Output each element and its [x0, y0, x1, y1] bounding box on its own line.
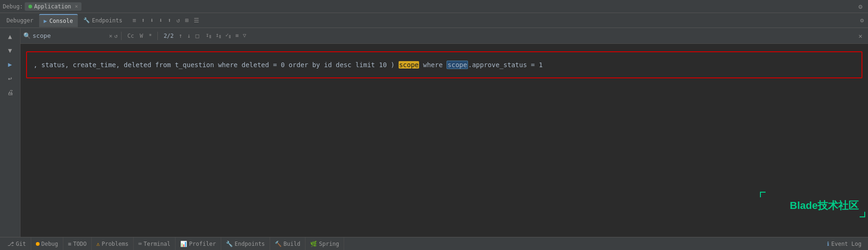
tab-endpoints-label: Endpoints — [92, 17, 122, 24]
main-layout: ▲ ▼ ▶ ↩ 🖨 🔍 ✕ ↺ Cc W * 2/2 ↑ ↓ □ ↧Ⅱ ↥Ⅱ ✓… — [0, 28, 868, 237]
search-separator — [121, 32, 122, 40]
toolbar-icons: ≡ ⬆ ⬇ ⬇ ⬆ ↺ ⊞ ☰ — [131, 16, 202, 25]
bottom-endpoints[interactable]: 🔧 Endpoints — [221, 237, 270, 250]
git-icon: ⎇ — [7, 241, 14, 247]
debug-tab-area: Debug: Application ✕ ⚙ — [0, 0, 868, 13]
gutter-down-btn[interactable]: ▼ — [4, 44, 17, 57]
debug-label: Debug: — [3, 3, 23, 10]
event-log-icon: ℹ — [827, 241, 829, 247]
search-next-button[interactable]: ↓ — [186, 31, 192, 40]
gutter-run-btn[interactable]: ▶ — [4, 58, 17, 71]
bottom-build[interactable]: 🔨 Build — [270, 237, 305, 250]
problems-label: Problems — [102, 241, 129, 247]
refresh-icon[interactable]: ↺ — [175, 16, 182, 25]
search-extra-btns: ↧Ⅱ ↥Ⅱ ✓Ⅱ ≡ ▽ — [204, 31, 248, 40]
bottom-problems[interactable]: ⚠ Problems — [92, 237, 134, 250]
endpoints-bottom-label: Endpoints — [235, 241, 265, 247]
profiler-icon: 📊 — [180, 241, 187, 247]
bottom-git[interactable]: ⎇ Git — [3, 237, 31, 250]
debug-label-bottom: Debug — [41, 241, 58, 247]
app-tab-close-icon[interactable]: ✕ — [75, 3, 78, 9]
console-icon: ▶ — [44, 18, 47, 24]
code-text-before: , status, create_time, deleted from t_qu… — [34, 61, 399, 69]
filter-btn-3[interactable]: ✓Ⅱ — [224, 31, 232, 40]
bottom-debug[interactable]: Debug — [31, 237, 63, 250]
tab-bar: Debugger ▶ Console 🔧 Endpoints ≡ ⬆ ⬇ ⬇ ⬆… — [0, 13, 868, 28]
search-refresh-button[interactable]: ↺ — [114, 33, 117, 39]
tab-endpoints[interactable]: 🔧 Endpoints — [79, 14, 127, 27]
down-icon[interactable]: ⬇ — [148, 16, 156, 25]
gutter-return-btn[interactable]: ↩ — [4, 72, 17, 85]
menu-icon[interactable]: ≡ — [131, 16, 138, 25]
bottom-spring[interactable]: 🌿 Spring — [305, 237, 344, 250]
bottom-terminal[interactable]: ⌨ Terminal — [134, 237, 176, 250]
scope-highlight-1: scope — [399, 61, 419, 69]
search-input[interactable] — [33, 32, 107, 39]
case-sensitive-button[interactable]: Cc — [125, 32, 136, 40]
close-search-button[interactable]: ✕ — [856, 31, 865, 41]
search-prev-button[interactable]: ↑ — [177, 31, 184, 40]
tab-debugger-label: Debugger — [7, 17, 34, 24]
code-text-where: where — [419, 61, 447, 69]
todo-icon: ≡ — [68, 241, 71, 247]
bottom-todo[interactable]: ≡ TODO — [63, 237, 92, 250]
terminal-icon: ⌨ — [138, 241, 142, 247]
watermark-text: Blade技术社区 — [790, 199, 859, 213]
gutter-up-btn[interactable]: ▲ — [4, 30, 17, 43]
upload-icon[interactable]: ⬆ — [166, 16, 173, 25]
debug-dot — [36, 242, 40, 246]
scope-highlight-2: scope — [447, 61, 468, 69]
app-tab-label: Application — [34, 3, 71, 10]
app-tab[interactable]: Application ✕ — [25, 2, 81, 11]
up-icon[interactable]: ⬆ — [139, 16, 147, 25]
build-icon: 🔨 — [275, 241, 282, 247]
watermark-corner-tl — [760, 192, 766, 197]
git-label: Git — [16, 241, 26, 247]
tab-debugger[interactable]: Debugger — [2, 14, 38, 27]
terminal-label: Terminal — [143, 241, 170, 247]
settings-button[interactable]: ⚙ — [856, 2, 865, 11]
search-bar: 🔍 ✕ ↺ Cc W * 2/2 ↑ ↓ □ ↧Ⅱ ↥Ⅱ ✓Ⅱ ≡ ▽ ✕ — [20, 28, 868, 44]
download-icon[interactable]: ⬇ — [157, 16, 164, 25]
bottom-bar: ⎇ Git Debug ≡ TODO ⚠ Problems ⌨ Terminal… — [0, 237, 868, 250]
whole-word-button[interactable]: W — [138, 32, 145, 40]
bottom-profiler[interactable]: 📊 Profiler — [176, 237, 221, 250]
list-icon[interactable]: ☰ — [192, 16, 201, 25]
code-viewport: , status, create_time, deleted from t_qu… — [20, 44, 868, 237]
endpoints-bottom-icon: 🔧 — [226, 241, 233, 247]
search-count: 2/2 — [163, 33, 174, 39]
spring-icon: 🌿 — [310, 241, 317, 247]
tab-console[interactable]: ▶ Console — [39, 14, 78, 27]
code-text-after: .approve_status = 1 — [468, 61, 542, 69]
regex-button[interactable]: * — [147, 32, 154, 40]
watermark-corner-br — [860, 212, 865, 217]
left-gutter: ▲ ▼ ▶ ↩ 🖨 — [0, 28, 20, 237]
search-clear-button[interactable]: ✕ — [109, 33, 112, 39]
profiler-label: Profiler — [189, 241, 216, 247]
highlighted-code-block: , status, create_time, deleted from t_qu… — [26, 51, 862, 78]
endpoints-icon: 🔧 — [83, 17, 90, 23]
app-status-dot — [28, 5, 32, 8]
window-settings-icon[interactable]: ⚙ — [858, 16, 866, 25]
problems-icon: ⚠ — [96, 241, 100, 247]
bottom-event-log[interactable]: ℹ Event Log — [823, 241, 865, 247]
search-separator-2 — [157, 32, 158, 40]
spring-label: Spring — [319, 241, 339, 247]
filter-btn-1[interactable]: ↧Ⅱ — [204, 31, 213, 40]
grid-icon[interactable]: ⊞ — [183, 16, 191, 25]
filter-btn-2[interactable]: ↥Ⅱ — [214, 31, 223, 40]
search-icon: 🔍 — [23, 32, 31, 39]
search-toggle-button[interactable]: □ — [194, 31, 201, 40]
event-log-label: Event Log — [831, 241, 861, 247]
filter-btn-5[interactable]: ▽ — [242, 31, 248, 40]
build-label: Build — [284, 241, 300, 247]
todo-label: TODO — [73, 241, 87, 247]
gutter-print-btn[interactable]: 🖨 — [4, 86, 17, 99]
content-area: 🔍 ✕ ↺ Cc W * 2/2 ↑ ↓ □ ↧Ⅱ ↥Ⅱ ✓Ⅱ ≡ ▽ ✕ — [20, 28, 868, 237]
tab-console-label: Console — [49, 18, 73, 24]
filter-btn-4[interactable]: ≡ — [234, 31, 240, 40]
